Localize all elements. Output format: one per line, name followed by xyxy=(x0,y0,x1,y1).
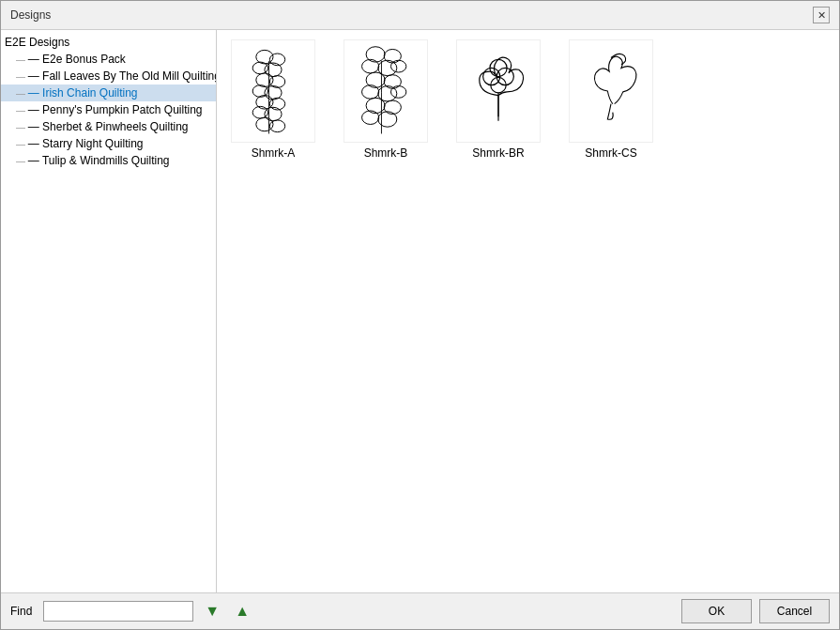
svg-point-7 xyxy=(265,86,282,100)
svg-point-25 xyxy=(384,100,401,115)
svg-point-15 xyxy=(384,49,401,63)
tree-item-penny-pumpkin[interactable]: — Penny's Pumpkin Patch Quilting xyxy=(1,101,216,118)
find-input[interactable] xyxy=(43,601,193,622)
designs-dialog: Designs ✕ E2E Designs— E2e Bonus Pack— F… xyxy=(0,0,840,630)
ok-button[interactable]: OK xyxy=(681,599,752,623)
svg-point-27 xyxy=(378,112,397,127)
up-nav-button[interactable]: ▲ xyxy=(231,601,253,622)
svg-point-2 xyxy=(252,62,267,74)
tree-item-irish-chain[interactable]: — Irish Chain Quilting xyxy=(1,85,216,101)
design-image-shmrk-cs xyxy=(569,39,653,143)
design-grid: Shmrk-A Shmrk-B xyxy=(217,30,839,592)
design-image-shmrk-br xyxy=(456,39,541,143)
design-label-shmrk-br: Shmrk-BR xyxy=(472,146,524,160)
tree-item-sherbet-pinwheels[interactable]: — Sherbet & Pinwheels Quilting xyxy=(1,118,216,135)
svg-point-23 xyxy=(390,86,405,99)
bottom-bar: Find ▼ ▲ OK Cancel xyxy=(1,592,839,629)
find-label: Find xyxy=(10,605,32,618)
down-nav-button[interactable]: ▼ xyxy=(201,601,223,622)
title-bar: Designs ✕ xyxy=(1,1,839,30)
design-label-shmrk-cs: Shmrk-CS xyxy=(585,146,636,160)
design-label-shmrk-a: Shmrk-A xyxy=(252,146,296,160)
tree-item-starry-night[interactable]: — Starry Night Quilting xyxy=(1,135,216,152)
tree-item-e2e-designs[interactable]: E2E Designs xyxy=(1,34,216,51)
design-item-shmrk-br[interactable]: Shmrk-BR xyxy=(451,39,545,160)
tree-item-e2e-bonus-pack[interactable]: — E2e Bonus Pack xyxy=(1,51,216,68)
tree-item-fall-leaves[interactable]: — Fall Leaves By The Old Mill Quilting xyxy=(1,68,216,85)
dialog-content: E2E Designs— E2e Bonus Pack— Fall Leaves… xyxy=(1,30,839,592)
dialog-title: Designs xyxy=(10,8,51,22)
design-item-shmrk-a[interactable]: Shmrk-A xyxy=(226,39,320,160)
svg-point-26 xyxy=(362,111,379,125)
design-item-shmrk-cs[interactable]: Shmrk-CS xyxy=(564,39,658,160)
svg-point-18 xyxy=(390,60,405,72)
svg-point-20 xyxy=(384,75,401,89)
design-label-shmrk-b: Shmrk-B xyxy=(364,146,408,160)
tree-panel: E2E Designs— E2e Bonus Pack— Fall Leaves… xyxy=(1,30,217,592)
svg-point-13 xyxy=(269,120,284,132)
close-button[interactable]: ✕ xyxy=(813,7,830,23)
design-item-shmrk-b[interactable]: Shmrk-B xyxy=(339,39,433,160)
svg-point-21 xyxy=(362,85,379,100)
design-image-shmrk-b xyxy=(344,39,428,143)
tree-item-tulip-windmills[interactable]: — Tulip & Windmills Quilting xyxy=(1,152,216,169)
cancel-button[interactable]: Cancel xyxy=(759,599,830,623)
design-image-shmrk-a xyxy=(231,39,315,143)
svg-point-16 xyxy=(362,59,379,73)
